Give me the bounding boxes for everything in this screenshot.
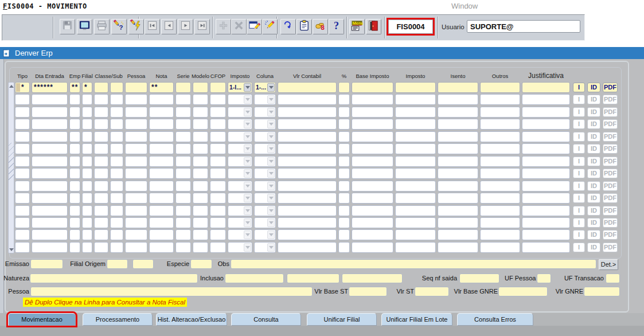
cell-imposto[interactable] bbox=[228, 107, 252, 118]
cell-imposto[interactable] bbox=[228, 156, 252, 167]
cell-pessoa[interactable] bbox=[125, 181, 147, 192]
cell-vlr_contabil[interactable] bbox=[278, 205, 337, 216]
cell-modelo[interactable] bbox=[193, 242, 208, 253]
cell-justificativa[interactable] bbox=[522, 119, 570, 130]
scroll-down-icon[interactable] bbox=[9, 246, 14, 253]
cell-outros[interactable] bbox=[480, 131, 520, 142]
dropdown-button[interactable] bbox=[267, 120, 275, 128]
cell-cfop[interactable] bbox=[210, 143, 226, 154]
cell-filial[interactable] bbox=[82, 119, 92, 130]
cell-serie[interactable] bbox=[175, 181, 191, 192]
row-button-pdf[interactable]: PDF bbox=[603, 193, 618, 203]
row-button-id[interactable]: ID bbox=[587, 119, 600, 129]
cell-base_imposto[interactable] bbox=[352, 94, 393, 105]
cell-classe1[interactable] bbox=[94, 193, 108, 204]
cell-coluna[interactable] bbox=[254, 181, 276, 192]
cell-cfop[interactable] bbox=[210, 156, 226, 167]
cell-classe2[interactable] bbox=[110, 119, 123, 130]
menu-window[interactable]: Window bbox=[451, 2, 478, 10]
cell-coluna[interactable] bbox=[254, 119, 276, 130]
edit-window-button[interactable] bbox=[247, 19, 262, 34]
row-button-id[interactable]: ID bbox=[587, 243, 600, 252]
row-button-i[interactable]: I bbox=[573, 243, 585, 252]
row-button-id[interactable]: ID bbox=[587, 83, 600, 92]
cell-pct[interactable] bbox=[338, 229, 350, 240]
cell-classe1[interactable] bbox=[94, 94, 108, 105]
cell-imposto_valor[interactable] bbox=[395, 242, 436, 253]
cell-vlr_contabil[interactable] bbox=[278, 181, 337, 192]
uf_pessoa-field[interactable] bbox=[537, 274, 551, 283]
cell-pessoa[interactable] bbox=[125, 119, 147, 130]
cell-dta_entrada[interactable] bbox=[32, 168, 68, 179]
cell-cfop[interactable] bbox=[210, 205, 226, 216]
cell-pessoa[interactable] bbox=[125, 131, 147, 142]
cell-outros[interactable] bbox=[480, 156, 520, 167]
row-button-i[interactable]: I bbox=[573, 218, 585, 228]
cell-cfop[interactable] bbox=[210, 229, 226, 240]
cell-isento[interactable] bbox=[438, 205, 478, 216]
cell-modelo[interactable] bbox=[193, 119, 208, 130]
cell-justificativa[interactable] bbox=[522, 193, 570, 204]
cell-isento[interactable] bbox=[438, 193, 478, 204]
cell-pessoa[interactable] bbox=[125, 156, 147, 167]
cell-emp[interactable] bbox=[69, 217, 80, 228]
cell-imposto_valor[interactable] bbox=[395, 107, 436, 118]
cell-filial[interactable] bbox=[82, 131, 92, 142]
cell-justificativa[interactable] bbox=[522, 229, 570, 240]
cell-pessoa[interactable] bbox=[125, 168, 147, 179]
cell-outros[interactable] bbox=[480, 193, 520, 204]
cell-coluna[interactable] bbox=[254, 205, 276, 216]
wand-help-button[interactable]: ? bbox=[111, 19, 127, 34]
cell-outros[interactable] bbox=[480, 143, 520, 154]
filial_origem-field-1[interactable] bbox=[107, 259, 128, 269]
cell-classe2[interactable] bbox=[110, 94, 123, 105]
row-button-i[interactable]: I bbox=[573, 193, 585, 203]
cell-dta_entrada[interactable] bbox=[32, 229, 68, 240]
cell-nota[interactable] bbox=[149, 217, 174, 228]
cell-imposto_valor[interactable] bbox=[395, 181, 436, 192]
cell-classe2[interactable] bbox=[110, 82, 123, 93]
especie-field[interactable] bbox=[190, 259, 212, 269]
cell-coluna[interactable] bbox=[254, 217, 276, 228]
cell-imposto[interactable] bbox=[228, 131, 252, 142]
cell-classe1[interactable] bbox=[94, 205, 108, 216]
cell-vlr_contabil[interactable] bbox=[278, 168, 337, 179]
cell-modelo[interactable] bbox=[193, 229, 208, 240]
cell-vlr_contabil[interactable] bbox=[278, 156, 337, 167]
cell-dta_entrada[interactable] bbox=[32, 143, 68, 154]
cell-vlr_contabil[interactable] bbox=[278, 242, 337, 253]
cell-imposto[interactable] bbox=[228, 229, 252, 240]
cell-classe2[interactable] bbox=[110, 156, 123, 167]
dropdown-button[interactable] bbox=[267, 206, 275, 215]
cell-classe2[interactable] bbox=[110, 205, 123, 216]
cell-classe1[interactable] bbox=[94, 217, 108, 228]
cell-outros[interactable] bbox=[480, 107, 520, 118]
delete-record-button[interactable] bbox=[231, 19, 247, 34]
cell-emp[interactable] bbox=[69, 242, 80, 253]
cell-tipo[interactable]: * bbox=[15, 82, 30, 93]
cell-justificativa[interactable] bbox=[522, 107, 570, 118]
cell-filial[interactable] bbox=[82, 217, 92, 228]
cell-isento[interactable] bbox=[438, 242, 478, 253]
dropdown-button[interactable] bbox=[267, 132, 275, 141]
dropdown-button[interactable] bbox=[244, 83, 251, 92]
cell-classe1[interactable] bbox=[94, 119, 108, 130]
cell-filial[interactable] bbox=[82, 193, 92, 204]
cell-classe2[interactable] bbox=[110, 143, 123, 154]
dropdown-button[interactable] bbox=[267, 169, 275, 178]
dropdown-button[interactable] bbox=[244, 182, 251, 190]
cell-serie[interactable] bbox=[175, 156, 191, 167]
cell-classe1[interactable] bbox=[94, 181, 108, 192]
cell-pessoa[interactable] bbox=[125, 82, 147, 93]
cell-emp[interactable] bbox=[69, 229, 80, 240]
cell-base_imposto[interactable] bbox=[352, 156, 393, 167]
cell-modelo[interactable] bbox=[193, 217, 208, 228]
cell-cfop[interactable] bbox=[210, 193, 226, 204]
cell-classe1[interactable] bbox=[94, 82, 108, 93]
row-button-i[interactable]: I bbox=[573, 95, 585, 104]
cell-vlr_contabil[interactable] bbox=[278, 82, 337, 93]
cell-coluna[interactable] bbox=[254, 156, 276, 167]
inclusao-field-3[interactable] bbox=[342, 274, 403, 283]
cell-outros[interactable] bbox=[480, 205, 520, 216]
row-button-pdf[interactable]: PDF bbox=[603, 243, 618, 252]
